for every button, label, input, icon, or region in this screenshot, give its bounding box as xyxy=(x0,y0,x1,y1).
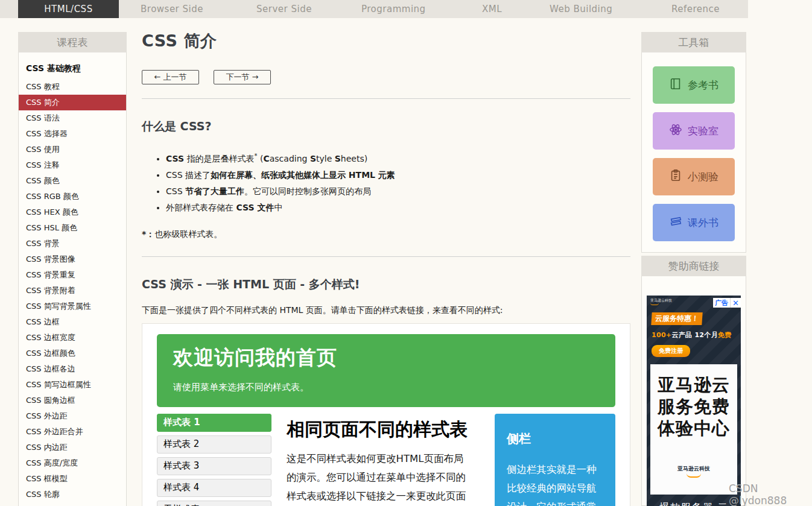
sidebar-item[interactable]: CSS 边框各边 xyxy=(19,361,126,377)
text-run: C xyxy=(263,154,269,163)
sidebar-item[interactable]: CSS HEX 颜色 xyxy=(19,204,126,220)
text-run: ( xyxy=(258,154,264,163)
sidebar-item[interactable]: CSS 轮廓 xyxy=(19,487,126,502)
next-section-button[interactable]: 下一节 → xyxy=(214,70,271,84)
demo-section-intro: 下面是一张提供了四个不同样式表的 HTML 页面。请单击下面的样式表链接，来查看… xyxy=(142,305,630,316)
course-group-title: CSS 基础教程 xyxy=(19,57,126,79)
sidebar-item[interactable]: CSS 边框 xyxy=(19,314,126,330)
sidebar-item[interactable]: CSS 框模型 xyxy=(19,471,126,487)
sidebar-item[interactable]: CSS 背景图像 xyxy=(19,251,126,267)
text-run: S xyxy=(310,154,316,163)
nav-item[interactable]: Browser Side xyxy=(141,0,203,18)
nav-item[interactable]: Server Side xyxy=(256,0,312,18)
prev-next-row: ← 上一节 下一节 → xyxy=(142,70,630,84)
text-run: *： xyxy=(142,229,154,239)
sidebar-item[interactable]: CSS 背景重复 xyxy=(19,267,126,283)
sidebar-item[interactable]: CSS 外边距 xyxy=(19,408,126,424)
csdn-watermark: CSDN @lydon888 xyxy=(729,482,812,506)
ad-info-badge[interactable]: 广告 xyxy=(713,298,730,308)
demo-menu-button[interactable]: 样式表 4 xyxy=(157,479,271,497)
sidebar-item[interactable]: CSS 选择器 xyxy=(19,126,126,142)
实验室-button[interactable]: 实验室 xyxy=(653,112,735,150)
bullet-item: 外部样式表存储在 CSS 文件中 xyxy=(166,200,630,216)
sidebar-item[interactable]: CSS 语法 xyxy=(19,110,126,126)
课外书-button[interactable]: 课外书 xyxy=(653,204,735,241)
demo-sidebar-text: 侧边栏其实就是一种比较经典的网站导航设计，它的形式通常为竖向的一列，展示在网站的… xyxy=(507,460,603,506)
demo-menu-button[interactable]: 无样式表 xyxy=(157,501,271,506)
demo-menu-button[interactable]: 样式表 2 xyxy=(157,435,271,454)
demo-content-paragraph: 这是不同样式表如何更改HTML页面布局的演示。您可以通过在菜单中选择不同的样式表… xyxy=(287,449,472,506)
sponsor-panel: 赞助商链接 亚马逊云科技 广告 ✕ 云服务特惠！ 100+云产品 12个月免费 … xyxy=(641,256,746,506)
text-run: 外部样式表存储在 xyxy=(166,203,236,212)
sidebar-item[interactable]: CSS 简介 xyxy=(19,95,126,110)
demo-banner-subtitle: 请使用菜单来选择不同的样式表。 xyxy=(173,382,599,393)
text-run: heets) xyxy=(341,154,367,163)
text-run: CSS 描述了 xyxy=(166,170,211,180)
sidebar-item[interactable]: CSS 高度/宽度 xyxy=(19,455,126,471)
sidebar-item[interactable]: CSS 边框颜色 xyxy=(19,346,126,361)
sidebar-item[interactable]: CSS 背景附着 xyxy=(19,283,126,299)
sidebar-item[interactable]: CSS 简写边框属性 xyxy=(19,377,126,393)
sidebar-item[interactable]: CSS 使用 xyxy=(19,142,126,157)
demo-section-heading: CSS 演示 - 一张 HTML 页面 - 多个样式! xyxy=(142,277,630,293)
top-navigation: HTML/CSS Browser SideServer SideProgramm… xyxy=(0,0,748,18)
demo-row: 样式表 1样式表 2样式表 3样式表 4无样式表 相同页面不同的样式表 这是不同… xyxy=(157,414,615,506)
ad-top-bar: 亚马逊云科技 广告 ✕ xyxy=(647,296,741,308)
divider xyxy=(142,98,630,99)
ad-promo-part: 100+ xyxy=(652,331,671,339)
ad-banner[interactable]: 亚马逊云科技 广告 ✕ 云服务特惠！ 100+云产品 12个月免费 免费注册 亚… xyxy=(647,296,741,506)
nav-item[interactable]: XML xyxy=(482,0,502,18)
nav-item[interactable]: Web Building xyxy=(550,0,612,18)
nav-item[interactable]: Reference xyxy=(671,0,720,18)
ad-bottom-text: 爆款服务器 云 xyxy=(647,501,741,506)
sidebar-item[interactable]: CSS 边框宽度 xyxy=(19,330,126,346)
demo-banner-title: 欢迎访问我的首页 xyxy=(173,344,599,372)
参考书-button[interactable]: 参考书 xyxy=(653,66,735,104)
demo-sidebar: 侧栏 侧边栏其实就是一种比较经典的网站导航设计，它的形式通常为竖向的一列，展示在… xyxy=(495,414,615,506)
sidebar-item[interactable]: CSS 颜色 xyxy=(19,173,126,189)
demo-menu-button[interactable]: 样式表 1 xyxy=(157,414,271,432)
sidebar-item[interactable]: CSS 外边距合并 xyxy=(19,424,126,440)
sidebar-item[interactable]: CSS RGB 颜色 xyxy=(19,189,126,204)
demo-content: 相同页面不同的样式表 这是不同样式表如何更改HTML页面布局的演示。您可以通过在… xyxy=(287,414,480,506)
book-icon xyxy=(669,77,682,93)
sidebar-item[interactable]: CSS 简写背景属性 xyxy=(19,299,126,314)
sidebar-item[interactable]: CSS 背景 xyxy=(19,236,126,251)
nav-item-active[interactable]: HTML/CSS xyxy=(18,0,119,18)
sidebar-item[interactable]: CSS HSL 颜色 xyxy=(19,220,126,236)
demo-menu-button[interactable]: 样式表 3 xyxy=(157,457,271,475)
ad-close-icon[interactable]: ✕ xyxy=(730,298,741,308)
course-sidebar: 课程表 CSS 基础教程 CSS 教程CSS 简介CSS 语法CSS 选择器CS… xyxy=(18,32,127,506)
text-run: CSS 文件 xyxy=(236,203,274,212)
sidebar-item[interactable]: CSS 内边距 xyxy=(19,440,126,455)
sidebar-item[interactable]: CSS 教程 xyxy=(19,79,126,95)
tool-button-label: 课外书 xyxy=(688,216,718,230)
tool-button-label: 实验室 xyxy=(688,124,718,138)
text-run: 指的是层叠样式表 xyxy=(184,154,254,163)
css-facts-list: CSS 指的是层叠样式表* (Cascading Style Sheets)CS… xyxy=(166,148,630,216)
ad-card-line: 服务免费 xyxy=(650,396,737,417)
ad-signup-button[interactable]: 免费注册 xyxy=(652,345,690,357)
text-run: 节省了大量工作 xyxy=(185,186,244,196)
text-run: CSS xyxy=(166,186,185,196)
ad-brand-text: 亚马逊云科技 xyxy=(650,298,672,303)
toolbox-panel: 工具箱 参考书实验室小测验课外书 xyxy=(641,32,746,253)
divider xyxy=(142,256,630,257)
demo-sidebar-title: 侧栏 xyxy=(507,431,603,447)
ad-card: 亚马逊云服务免费体验中心 亚马逊云科技 xyxy=(650,364,737,495)
ad-promo-line: 100+云产品 12个月免费 xyxy=(652,330,736,340)
text-run: tyle xyxy=(316,154,335,163)
smile-arc-icon xyxy=(650,303,659,305)
text-run: ascading xyxy=(270,154,310,163)
text-run: CSS xyxy=(166,154,184,163)
prev-section-button[interactable]: ← 上一节 xyxy=(142,70,199,84)
sidebar-item[interactable]: CSS 圆角边框 xyxy=(19,393,126,408)
demo-banner: 欢迎访问我的首页 请使用菜单来选择不同的样式表。 xyxy=(157,334,615,407)
course-sidebar-body: CSS 基础教程 CSS 教程CSS 简介CSS 语法CSS 选择器CSS 使用… xyxy=(18,52,127,506)
nav-item[interactable]: Programming xyxy=(361,0,426,18)
bullet-item: CSS 节省了大量工作。它可以同时控制多张网页的布局 xyxy=(166,183,630,200)
小测验-button[interactable]: 小测验 xyxy=(653,158,735,195)
text-run: 中 xyxy=(274,203,282,212)
sidebar-item[interactable]: CSS 注释 xyxy=(19,157,126,173)
ad-promo-badge: 云服务特惠！ xyxy=(651,312,702,325)
